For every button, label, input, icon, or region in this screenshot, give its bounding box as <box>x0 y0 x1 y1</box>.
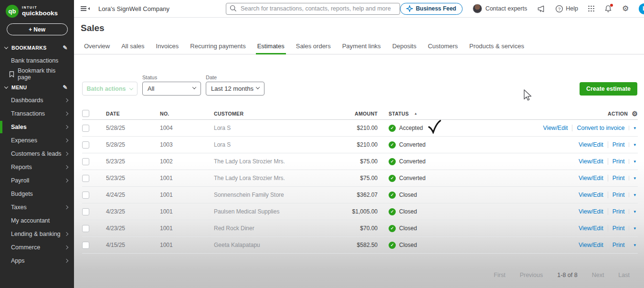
contact-experts-button[interactable]: Contact experts <box>473 4 528 13</box>
create-estimate-button[interactable]: Create estimate <box>580 82 637 96</box>
tab-sales-orders[interactable]: Sales orders <box>296 41 331 54</box>
pagination-first[interactable]: First <box>494 272 505 278</box>
action-view-edit[interactable]: View/Edit <box>574 192 608 198</box>
quickbooks-logo[interactable]: qb INTUIT quickbooks <box>0 0 74 21</box>
action-view-edit[interactable]: View/Edit <box>574 242 608 248</box>
pagination-next[interactable]: Next <box>592 272 604 278</box>
search-input[interactable] <box>226 3 400 15</box>
sidebar-item-bank-transactions[interactable]: Bank transactions <box>0 54 74 67</box>
sidebar-item-commerce[interactable]: Commerce <box>0 241 74 254</box>
sidebar-item-lending-banking[interactable]: Lending & banking <box>0 227 74 241</box>
apps-grid-icon[interactable] <box>588 6 594 12</box>
tab-payment-links[interactable]: Payment links <box>342 41 381 54</box>
header-date[interactable]: DATE <box>106 111 160 117</box>
sidebar-item-dashboards[interactable]: Dashboards <box>0 94 74 107</box>
header-status[interactable]: STATUS▲ <box>378 111 490 117</box>
notifications-bell-icon[interactable] <box>604 5 612 13</box>
edit-pencil-icon[interactable]: ✎ <box>63 84 68 91</box>
tab-invoices[interactable]: Invoices <box>156 41 179 54</box>
sidebar-item-apps[interactable]: Apps <box>0 254 74 267</box>
sidebar-item-reports[interactable]: Reports <box>0 160 74 174</box>
action-dropdown-caret[interactable]: ▾ <box>629 159 638 164</box>
batch-actions-button[interactable]: Batch actions <box>82 82 137 96</box>
header-customer[interactable]: CUSTOMER <box>214 111 325 117</box>
cell-actions: View/EditPrint▾ <box>490 242 638 248</box>
tab-all-sales[interactable]: All sales <box>121 41 144 54</box>
table-row[interactable]: 5/28/251003Lora S$210.00✓ConvertedView/E… <box>82 137 638 153</box>
row-checkbox[interactable] <box>82 225 89 232</box>
action-dropdown-caret[interactable]: ▾ <box>629 209 638 214</box>
action-view-edit[interactable]: View/Edit <box>574 225 608 232</box>
header-amount[interactable]: AMOUNT <box>325 111 378 117</box>
table-row[interactable]: 4/23/251001Red Rock Diner$70.00✓ClosedVi… <box>82 220 638 237</box>
select-all-checkbox[interactable] <box>82 110 89 117</box>
action-print[interactable]: Print <box>608 208 629 215</box>
tab-recurring-payments[interactable]: Recurring payments <box>190 41 245 54</box>
collapse-sidebar-icon[interactable] <box>81 6 90 11</box>
header-no[interactable]: NO. <box>160 111 214 117</box>
table-row[interactable]: 5/28/251004Lora S$210.00✓AcceptedView/Ed… <box>82 120 638 137</box>
edit-pencil-icon[interactable]: ✎ <box>63 44 68 51</box>
pagination-range: 1-8 of 8 <box>557 272 577 278</box>
table-row[interactable]: 5/23/251002The Lady Lora Strozier Mrs.$7… <box>82 153 638 170</box>
row-checkbox[interactable] <box>82 158 89 165</box>
user-avatar[interactable]: L <box>639 3 644 14</box>
sidebar-item-taxes[interactable]: Taxes <box>0 201 74 214</box>
action-print[interactable]: Print <box>608 141 629 148</box>
business-feed-button[interactable]: Business Feed <box>400 3 463 15</box>
action-view-edit[interactable]: View/Edit <box>574 158 608 165</box>
table-row[interactable]: 4/24/251001Sonnenschein Family Store$362… <box>82 187 638 203</box>
action-view-edit[interactable]: View/Edit <box>574 141 608 148</box>
table-row[interactable]: 4/15/251001Geeta Kalapatapu$582.50✓Close… <box>82 237 638 254</box>
sidebar-item-customers-leads[interactable]: Customers & leads <box>0 147 74 160</box>
help-button[interactable]: ? Help <box>555 5 578 13</box>
tab-products-services[interactable]: Products & services <box>469 41 524 54</box>
pagination-previous[interactable]: Previous <box>520 272 543 278</box>
sidebar-section-menu[interactable]: MENU✎ <box>0 81 74 94</box>
sidebar-item-payroll[interactable]: Payroll <box>0 174 74 187</box>
sidebar-item-my-accountant[interactable]: My accountant <box>0 214 74 227</box>
status-select[interactable]: All <box>142 82 201 96</box>
sidebar-item-budgets[interactable]: Budgets <box>0 187 74 201</box>
new-button[interactable]: + New <box>7 23 68 35</box>
tab-overview[interactable]: Overview <box>84 41 110 54</box>
sidebar-item-transactions[interactable]: Transactions <box>0 107 74 120</box>
date-select[interactable]: Last 12 months <box>206 82 264 96</box>
action-dropdown-caret[interactable]: ▾ <box>629 243 638 247</box>
sidebar-section-bookmarks[interactable]: BOOKMARKS✎ <box>0 41 74 54</box>
tab-deposits[interactable]: Deposits <box>392 41 417 54</box>
row-checkbox[interactable] <box>82 141 89 149</box>
action-print[interactable]: Print <box>608 158 629 165</box>
action-print[interactable]: Print <box>608 242 629 248</box>
action-dropdown-caret[interactable]: ▾ <box>629 126 638 130</box>
tab-estimates[interactable]: Estimates <box>257 41 285 54</box>
sidebar-item-label: Expenses <box>11 137 37 144</box>
row-checkbox[interactable] <box>82 208 89 215</box>
action-dropdown-caret[interactable]: ▾ <box>629 142 638 147</box>
action-dropdown-caret[interactable]: ▾ <box>629 226 638 231</box>
settings-gear-icon[interactable]: ⚙ <box>622 5 629 12</box>
column-settings-gear-icon[interactable]: ⚙ <box>632 110 638 117</box>
row-checkbox[interactable] <box>82 192 89 199</box>
action-view-edit[interactable]: View/Edit <box>539 125 572 131</box>
row-checkbox[interactable] <box>82 242 89 249</box>
row-checkbox[interactable] <box>82 175 89 182</box>
action-print[interactable]: Print <box>608 175 629 181</box>
table-row[interactable]: 4/23/251001Paulsen Medical Supplies$1,00… <box>82 203 638 220</box>
action-dropdown-caret[interactable]: ▾ <box>629 192 638 197</box>
sidebar-item-sales[interactable]: Sales <box>0 120 74 134</box>
sidebar-item-bookmark-this-page[interactable]: Bookmark this page <box>0 67 74 81</box>
sidebar-item-label: Customers & leads <box>11 150 62 157</box>
action-dropdown-caret[interactable]: ▾ <box>629 176 638 181</box>
row-checkbox[interactable] <box>82 125 89 132</box>
pagination-last[interactable]: Last <box>618 272 630 278</box>
sidebar-item-expenses[interactable]: Expenses <box>0 134 74 147</box>
feedback-megaphone-icon[interactable] <box>537 5 545 13</box>
action-view-edit[interactable]: View/Edit <box>574 175 608 181</box>
table-row[interactable]: 5/23/251001The Lady Lora Strozier Mrs.$7… <box>82 170 638 187</box>
tab-customers[interactable]: Customers <box>428 41 458 54</box>
action-print[interactable]: Print <box>608 225 629 232</box>
action-view-edit[interactable]: View/Edit <box>574 208 608 215</box>
action-print[interactable]: Print <box>608 192 629 198</box>
action-convert-to-invoice[interactable]: Convert to invoice <box>572 125 629 131</box>
